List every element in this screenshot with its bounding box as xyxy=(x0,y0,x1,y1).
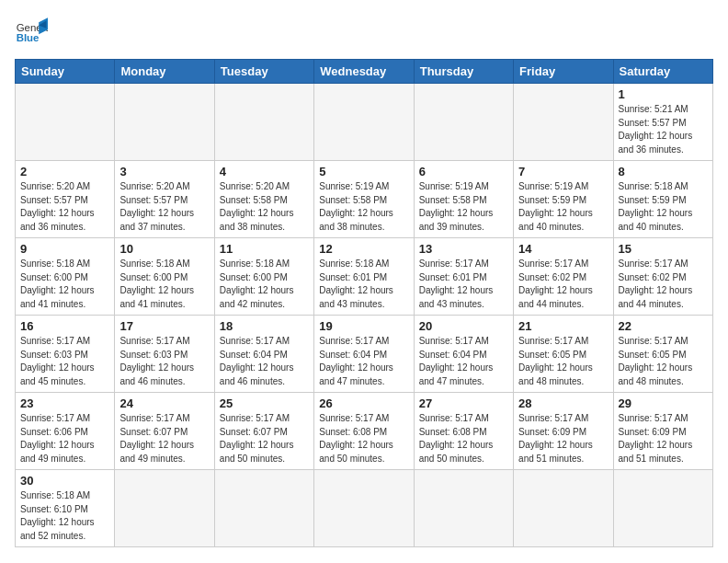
day-number: 29 xyxy=(619,396,708,410)
svg-text:Blue: Blue xyxy=(17,32,40,43)
calendar-row-3: 9Sunrise: 5:18 AM Sunset: 6:00 PM Daylig… xyxy=(16,238,713,316)
weekday-header-row: SundayMondayTuesdayWednesdayThursdayFrid… xyxy=(16,60,713,84)
day-number: 3 xyxy=(119,165,209,178)
day-number: 12 xyxy=(319,242,408,256)
day-number: 16 xyxy=(20,319,109,333)
calendar-cell: 23Sunrise: 5:17 AM Sunset: 6:06 PM Dayli… xyxy=(16,393,115,470)
day-number: 15 xyxy=(619,242,708,256)
calendar-cell xyxy=(214,84,313,161)
weekday-header-monday: Monday xyxy=(115,60,214,84)
calendar-cell: 22Sunrise: 5:17 AM Sunset: 6:05 PM Dayli… xyxy=(613,316,712,393)
day-info: Sunrise: 5:17 AM Sunset: 6:03 PM Dayligh… xyxy=(20,335,109,388)
day-number: 25 xyxy=(220,396,309,410)
weekday-header-wednesday: Wednesday xyxy=(314,60,414,84)
day-info: Sunrise: 5:18 AM Sunset: 5:59 PM Dayligh… xyxy=(619,180,708,234)
calendar-cell: 7Sunrise: 5:19 AM Sunset: 5:59 PM Daylig… xyxy=(514,161,613,238)
day-info: Sunrise: 5:17 AM Sunset: 6:05 PM Dayligh… xyxy=(518,335,608,388)
day-number: 22 xyxy=(619,319,708,333)
calendar-cell xyxy=(514,470,613,547)
day-number: 11 xyxy=(220,242,309,256)
calendar-cell xyxy=(115,84,214,161)
day-info: Sunrise: 5:17 AM Sunset: 6:06 PM Dayligh… xyxy=(20,412,109,465)
day-info: Sunrise: 5:17 AM Sunset: 6:01 PM Dayligh… xyxy=(419,258,508,311)
day-info: Sunrise: 5:17 AM Sunset: 6:07 PM Dayligh… xyxy=(119,412,209,465)
calendar-cell xyxy=(314,84,414,161)
day-info: Sunrise: 5:20 AM Sunset: 5:57 PM Dayligh… xyxy=(20,180,109,234)
calendar-cell: 1Sunrise: 5:21 AM Sunset: 5:57 PM Daylig… xyxy=(613,84,712,161)
calendar-cell: 27Sunrise: 5:17 AM Sunset: 6:08 PM Dayli… xyxy=(414,393,513,470)
day-info: Sunrise: 5:17 AM Sunset: 6:02 PM Dayligh… xyxy=(518,258,608,311)
calendar-cell xyxy=(613,470,712,547)
calendar-cell: 10Sunrise: 5:18 AM Sunset: 6:00 PM Dayli… xyxy=(115,238,214,316)
day-number: 24 xyxy=(119,396,209,410)
calendar-cell: 24Sunrise: 5:17 AM Sunset: 6:07 PM Dayli… xyxy=(115,393,214,470)
day-info: Sunrise: 5:18 AM Sunset: 6:01 PM Dayligh… xyxy=(319,258,408,311)
day-info: Sunrise: 5:17 AM Sunset: 6:04 PM Dayligh… xyxy=(220,335,309,388)
day-info: Sunrise: 5:21 AM Sunset: 5:57 PM Dayligh… xyxy=(619,103,708,156)
calendar-cell: 3Sunrise: 5:20 AM Sunset: 5:57 PM Daylig… xyxy=(115,161,214,238)
calendar-row-6: 30Sunrise: 5:18 AM Sunset: 6:10 PM Dayli… xyxy=(16,470,713,547)
day-number: 26 xyxy=(319,396,408,410)
day-number: 7 xyxy=(518,165,608,178)
day-info: Sunrise: 5:17 AM Sunset: 6:09 PM Dayligh… xyxy=(518,412,608,465)
logo: General Blue xyxy=(15,15,48,48)
calendar-cell: 21Sunrise: 5:17 AM Sunset: 6:05 PM Dayli… xyxy=(514,316,613,393)
day-info: Sunrise: 5:17 AM Sunset: 6:08 PM Dayligh… xyxy=(319,412,408,465)
calendar-cell: 30Sunrise: 5:18 AM Sunset: 6:10 PM Dayli… xyxy=(16,470,115,547)
calendar-table: SundayMondayTuesdayWednesdayThursdayFrid… xyxy=(15,59,713,547)
weekday-header-saturday: Saturday xyxy=(613,60,712,84)
calendar-cell: 29Sunrise: 5:17 AM Sunset: 6:09 PM Dayli… xyxy=(613,393,712,470)
weekday-header-sunday: Sunday xyxy=(16,60,115,84)
day-info: Sunrise: 5:17 AM Sunset: 6:03 PM Dayligh… xyxy=(119,335,209,388)
weekday-header-thursday: Thursday xyxy=(414,60,513,84)
calendar-cell xyxy=(414,470,513,547)
logo-icon: General Blue xyxy=(15,15,48,48)
calendar-cell: 15Sunrise: 5:17 AM Sunset: 6:02 PM Dayli… xyxy=(613,238,712,316)
calendar-row-2: 2Sunrise: 5:20 AM Sunset: 5:57 PM Daylig… xyxy=(16,161,713,238)
day-info: Sunrise: 5:17 AM Sunset: 6:09 PM Dayligh… xyxy=(619,412,708,465)
day-number: 2 xyxy=(20,165,109,178)
day-number: 28 xyxy=(518,396,608,410)
day-info: Sunrise: 5:19 AM Sunset: 5:59 PM Dayligh… xyxy=(518,180,608,234)
day-number: 17 xyxy=(119,319,209,333)
day-info: Sunrise: 5:18 AM Sunset: 6:00 PM Dayligh… xyxy=(220,258,309,311)
calendar-cell: 4Sunrise: 5:20 AM Sunset: 5:58 PM Daylig… xyxy=(214,161,313,238)
day-number: 4 xyxy=(220,165,309,178)
calendar-row-4: 16Sunrise: 5:17 AM Sunset: 6:03 PM Dayli… xyxy=(16,316,713,393)
day-number: 13 xyxy=(419,242,508,256)
calendar-cell: 2Sunrise: 5:20 AM Sunset: 5:57 PM Daylig… xyxy=(16,161,115,238)
day-number: 1 xyxy=(619,87,708,101)
calendar-row-5: 23Sunrise: 5:17 AM Sunset: 6:06 PM Dayli… xyxy=(16,393,713,470)
calendar-cell: 9Sunrise: 5:18 AM Sunset: 6:00 PM Daylig… xyxy=(16,238,115,316)
calendar-row-1: 1Sunrise: 5:21 AM Sunset: 5:57 PM Daylig… xyxy=(16,84,713,161)
calendar-cell xyxy=(16,84,115,161)
day-info: Sunrise: 5:17 AM Sunset: 6:04 PM Dayligh… xyxy=(319,335,408,388)
page-header: General Blue xyxy=(15,15,713,48)
calendar-cell: 26Sunrise: 5:17 AM Sunset: 6:08 PM Dayli… xyxy=(314,393,414,470)
calendar-cell: 5Sunrise: 5:19 AM Sunset: 5:58 PM Daylig… xyxy=(314,161,414,238)
calendar-cell: 11Sunrise: 5:18 AM Sunset: 6:00 PM Dayli… xyxy=(214,238,313,316)
day-info: Sunrise: 5:18 AM Sunset: 6:10 PM Dayligh… xyxy=(20,489,109,543)
day-number: 19 xyxy=(319,319,408,333)
calendar-cell xyxy=(115,470,214,547)
calendar-cell xyxy=(214,470,313,547)
day-info: Sunrise: 5:17 AM Sunset: 6:07 PM Dayligh… xyxy=(220,412,309,465)
day-info: Sunrise: 5:18 AM Sunset: 6:00 PM Dayligh… xyxy=(119,258,209,311)
day-info: Sunrise: 5:19 AM Sunset: 5:58 PM Dayligh… xyxy=(419,180,508,234)
day-info: Sunrise: 5:17 AM Sunset: 6:05 PM Dayligh… xyxy=(619,335,708,388)
calendar-cell: 12Sunrise: 5:18 AM Sunset: 6:01 PM Dayli… xyxy=(314,238,414,316)
day-number: 30 xyxy=(20,474,109,488)
calendar-cell: 28Sunrise: 5:17 AM Sunset: 6:09 PM Dayli… xyxy=(514,393,613,470)
day-number: 18 xyxy=(220,319,309,333)
calendar-cell: 19Sunrise: 5:17 AM Sunset: 6:04 PM Dayli… xyxy=(314,316,414,393)
calendar-cell: 8Sunrise: 5:18 AM Sunset: 5:59 PM Daylig… xyxy=(613,161,712,238)
calendar-cell xyxy=(514,84,613,161)
day-info: Sunrise: 5:19 AM Sunset: 5:58 PM Dayligh… xyxy=(319,180,408,234)
calendar-cell xyxy=(414,84,513,161)
calendar-cell: 18Sunrise: 5:17 AM Sunset: 6:04 PM Dayli… xyxy=(214,316,313,393)
calendar-cell: 20Sunrise: 5:17 AM Sunset: 6:04 PM Dayli… xyxy=(414,316,513,393)
day-info: Sunrise: 5:20 AM Sunset: 5:58 PM Dayligh… xyxy=(220,180,309,234)
day-number: 6 xyxy=(419,165,508,178)
day-number: 8 xyxy=(619,165,708,178)
calendar-cell: 17Sunrise: 5:17 AM Sunset: 6:03 PM Dayli… xyxy=(115,316,214,393)
